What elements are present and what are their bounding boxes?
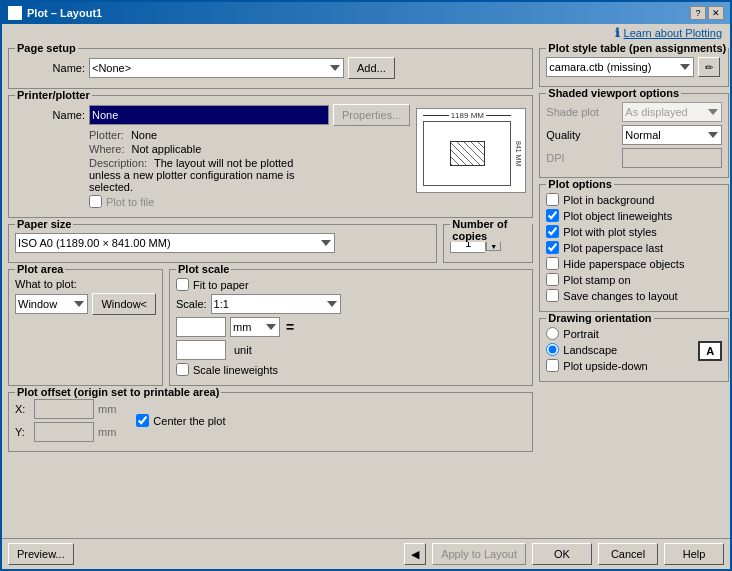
properties-button: Properties... [333,104,410,126]
plot-object-lineweights-checkbox[interactable] [546,209,559,222]
scale-select[interactable]: 1:1 [211,294,341,314]
quality-label: Quality [546,129,618,141]
x-input[interactable]: 463.70 [34,399,94,419]
plot-object-lineweights-label: Plot object lineweights [563,210,672,222]
paper-size-label: Paper size [15,218,73,230]
help-button[interactable]: Help [664,543,724,565]
fit-to-paper-checkbox[interactable] [176,278,189,291]
dim-h: 1189 MM [451,111,484,120]
preview-button[interactable]: Preview... [8,543,74,565]
plot-upside-down-label: Plot upside-down [563,360,647,372]
shaded-viewport-label: Shaded viewport options [546,87,681,99]
x-unit: mm [98,403,116,415]
plotter-value: None [131,129,157,141]
dpi-label: DPI [546,152,618,164]
portrait-label: Portrait [563,328,598,340]
ok-button[interactable]: OK [532,543,592,565]
plot-paperspace-last-checkbox[interactable] [546,241,559,254]
plot-options-group: Plot options Plot in background Plot obj… [539,184,729,312]
help-title-button[interactable]: ? [690,6,706,20]
plot-offset-label: Plot offset (origin set to printable are… [15,386,221,398]
landscape-radio[interactable] [546,343,559,356]
cancel-button[interactable]: Cancel [598,543,658,565]
page-name-select[interactable]: <None> [89,58,344,78]
x-label: X: [15,403,30,415]
y-input[interactable]: 287.90 [34,422,94,442]
plot-paperspace-last-label: Plot paperspace last [563,242,663,254]
nav-button[interactable]: ◀ [404,543,426,565]
close-title-button[interactable]: ✕ [708,6,724,20]
page-setup-group: Page setup Name: <None> Add... [8,48,533,89]
plot-stamp-on-label: Plot stamp on [563,274,630,286]
title-bar-buttons: ? ✕ [690,6,724,20]
left-panel: Page setup Name: <None> Add... Printer/p… [8,48,533,532]
copies-group: Number of copies 1 ▲ ▼ [443,224,533,263]
plot-style-select[interactable]: camara.ctb (missing) [546,57,694,77]
what-to-plot-select[interactable]: Window [15,294,88,314]
plot-to-file-label: Plot to file [106,196,154,208]
printer-plotter-group: Printer/plotter Name: None Properties...… [8,95,533,218]
plot-with-styles-checkbox[interactable] [546,225,559,238]
scale-lineweights-checkbox[interactable] [176,363,189,376]
scale-lineweights-label: Scale lineweights [193,364,278,376]
plot-with-styles-label: Plot with plot styles [563,226,657,238]
scale-value1[interactable]: 1 [176,317,226,337]
unit2-label: unit [234,344,252,356]
paper-copies-row: Paper size ISO A0 (1189.00 × 841.00 MM) … [8,224,533,263]
plot-stamp-on-checkbox[interactable] [546,273,559,286]
scale-value2[interactable]: 1 [176,340,226,360]
plot-in-background-checkbox[interactable] [546,193,559,206]
center-plot-checkbox[interactable] [136,414,149,427]
dpi-input [622,148,722,168]
hide-paperspace-objects-label: Hide paperspace objects [563,258,684,270]
scale-label: Scale: [176,298,207,310]
y-unit: mm [98,426,116,438]
where-value: Not applicable [132,143,202,155]
plotter-row-label: Plotter: [89,129,124,141]
apply-to-layout-button: Apply to Layout [432,543,526,565]
plotter-name-select[interactable]: None [89,105,329,125]
paper-size-select[interactable]: ISO A0 (1189.00 × 841.00 MM) [15,233,335,253]
unit-select1[interactable]: mm [230,317,280,337]
save-changes-label: Save changes to layout [563,290,677,302]
bottom-bar: Preview... ◀ Apply to Layout OK Cancel H… [2,538,730,569]
fit-to-paper-label: Fit to paper [193,279,249,291]
drawing-orientation-label: Drawing orientation [546,312,653,324]
plot-scale-group: Plot scale Fit to paper Scale: 1:1 [169,269,533,386]
right-panel: Plot style table (pen assignments) camar… [539,48,729,532]
plot-style-table-group: Plot style table (pen assignments) camar… [539,48,729,87]
shaded-viewport-group: Shaded viewport options Shade plot As di… [539,93,729,178]
plot-offset-group: Plot offset (origin set to printable are… [8,392,533,452]
plot-in-background-label: Plot in background [563,194,654,206]
drawing-orientation-group: Drawing orientation Portrait Landscape [539,318,729,382]
what-to-plot-label: What to plot: [15,278,77,290]
shade-plot-label: Shade plot [546,106,618,118]
copies-label: Number of copies [450,218,532,242]
title-bar: 🖨 Plot – Layout1 ? ✕ [2,2,730,24]
plot-upside-down-checkbox[interactable] [546,359,559,372]
printer-plotter-label: Printer/plotter [15,89,92,101]
paper-size-group: Paper size ISO A0 (1189.00 × 841.00 MM) [8,224,437,263]
area-scale-row: Plot area What to plot: Window Window< [8,269,533,386]
help-link[interactable]: Learn about Plotting [624,27,722,39]
copies-down[interactable]: ▼ [486,242,500,250]
hide-paperspace-objects-checkbox[interactable] [546,257,559,270]
quality-select[interactable]: Normal [622,125,722,145]
description-row-label: Description: [89,157,147,169]
shade-plot-select: As displayed [622,102,722,122]
window-button[interactable]: Window< [92,293,156,315]
page-setup-label: Page setup [15,42,78,54]
plot-style-edit-button[interactable]: ✏ [698,57,720,77]
main-content: Page setup Name: <None> Add... Printer/p… [2,42,730,538]
preview-hatch [450,141,485,166]
add-button[interactable]: Add... [348,57,395,79]
plot-to-file-checkbox[interactable] [89,195,102,208]
save-changes-checkbox[interactable] [546,289,559,302]
plot-options-label: Plot options [546,178,614,190]
page-name-label: Name: [15,62,85,74]
plot-dialog: 🖨 Plot – Layout1 ? ✕ ℹ Learn about Plott… [0,0,732,571]
preview-box: 1189 MM 841 MM [416,108,526,193]
portrait-radio[interactable] [546,327,559,340]
plot-area-label: Plot area [15,263,65,275]
plot-area-group: Plot area What to plot: Window Window< [8,269,163,386]
